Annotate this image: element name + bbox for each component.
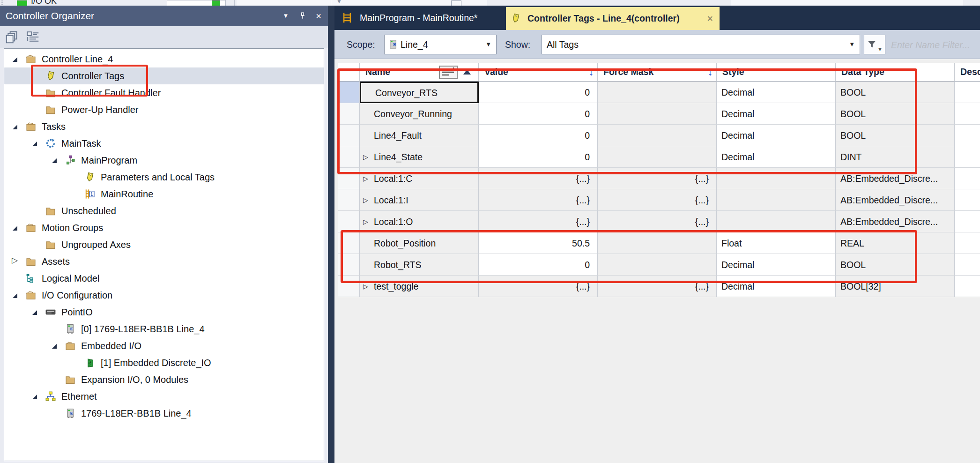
tree-item-tasks[interactable]: Tasks [4,118,324,135]
tree-item-label: I/O Configuration [42,287,112,304]
cell-description[interactable] [955,189,980,211]
chevron-down-icon: ▼ [336,0,342,5]
tab-label: MainProgram - MainRoutine* [360,6,477,30]
tree-item-i-o-configuration[interactable]: I/O Configuration [4,287,324,304]
tree-item-label: Assets [42,253,70,270]
cell-description[interactable] [955,211,980,232]
tree-item-label: Power-Up Handler [61,101,139,118]
folder-icon [45,105,56,115]
expand-arrow-icon[interactable] [13,293,17,298]
cell-description[interactable] [955,168,980,189]
cell-data-type[interactable]: AB:Embedded_Discre... [836,189,955,211]
expand-arrow-icon[interactable] [13,226,17,231]
cell-description[interactable] [955,254,980,276]
expand-arrow-icon[interactable] [52,344,57,349]
cell-style[interactable] [717,189,836,211]
folder-open-icon [65,341,75,351]
toolbar-separator [234,0,235,6]
chevron-down-icon: ▼ [877,46,883,52]
cell-value[interactable]: {...} [479,211,598,232]
cell-description[interactable] [955,125,980,146]
tree-item-ungrouped-axes[interactable]: Ungrouped Axes [4,236,324,253]
expand-arrow-icon[interactable] [13,125,17,129]
tab-controller-tags[interactable]: Controller Tags - Line_4(controller) × [506,7,720,30]
mainroutine-icon [85,189,95,199]
folder-open-icon [26,121,36,132]
show-label: Show: [505,30,530,59]
expand-row-icon[interactable]: ▷ [363,189,368,211]
tree-item-1769-l18er-bb1b-line-4[interactable]: 1769-L18ER-BB1B Line_4 [4,405,324,422]
name-filter-input[interactable] [890,35,980,55]
tree-item-label: MainProgram [81,152,137,169]
tree-item-motion-groups[interactable]: Motion Groups [4,219,324,236]
cell-force-mask[interactable]: {...} [598,211,717,232]
collapse-arrow-icon[interactable]: ▷ [12,255,18,265]
tree-item-label: Tasks [42,118,66,135]
controller-icon [388,39,398,50]
tree-item-mainprogram[interactable]: MainProgram [4,152,324,169]
tree-item-label: Parameters and Local Tags [101,169,215,186]
tree-item-expansion-i-o-0-modules[interactable]: Expansion I/O, 0 Modules [4,371,324,388]
cell-style[interactable] [717,211,836,232]
cell-name[interactable]: ▷Local:1:I [360,189,479,211]
expand-arrow-icon[interactable] [32,310,37,315]
close-icon[interactable]: × [312,6,325,26]
annotation-box-top-rows [337,68,917,174]
close-icon[interactable]: × [707,7,713,30]
tree-item-parameters-and-local-tags[interactable]: Parameters and Local Tags [4,169,324,186]
expand-arrow-icon[interactable] [52,158,57,163]
cell-name[interactable]: ▷Local:1:O [360,211,479,232]
tree-item-label: Ungrouped Axes [61,236,131,253]
row-selector[interactable] [338,211,360,232]
expand-arrow-icon[interactable] [13,57,17,62]
expand-arrow-icon[interactable] [32,142,37,146]
pin-icon[interactable] [296,6,309,26]
folder-open-icon [26,290,36,300]
editor-tabbar: MainProgram - MainRoutine* Controller Ta… [334,6,980,30]
tree-item-label: MainTask [61,135,101,152]
funnel-icon [867,40,876,49]
show-dropdown[interactable]: All Tags ▼ [542,35,860,54]
expand-arrow-icon[interactable] [32,395,37,399]
tab-mainprogram-mainroutine[interactable]: MainProgram - MainRoutine* [338,6,503,30]
tree-item-unscheduled[interactable]: Unscheduled [4,202,324,219]
tree-item-ethernet[interactable]: Ethernet [4,388,324,405]
tree-item-assets[interactable]: ▷Assets [4,253,324,270]
cell-data-type[interactable]: AB:Embedded_Discre... [836,211,955,232]
tree-item-maintask[interactable]: MainTask [4,135,324,152]
folder-icon [45,239,56,250]
cell-description[interactable] [955,82,980,103]
cell-description[interactable] [955,146,980,168]
folder-icon [65,374,75,385]
controller-icon [65,324,75,334]
copy-pages-icon [6,30,19,44]
toolbar-button-fragment [451,0,461,6]
show-value: All Tags [547,35,579,54]
collapse-all-button[interactable] [6,30,22,45]
tree-item-mainroutine[interactable]: MainRoutine [4,186,324,202]
tree-item-pointio[interactable]: PointIO [4,304,324,321]
tree-item-logical-model[interactable]: Logical Model [4,270,324,287]
cell-value[interactable]: {...} [479,189,598,211]
cell-force-mask[interactable]: {...} [598,189,717,211]
row-selector[interactable] [338,189,360,211]
cell-description[interactable] [955,276,980,297]
name-filter-button[interactable]: ▼ [864,35,885,54]
panel-splitter[interactable] [328,6,334,463]
expand-row-icon[interactable]: ▷ [363,211,368,232]
cell-description[interactable] [955,103,980,125]
tree-item-power-up-handler[interactable]: Power-Up Handler [4,101,324,118]
chevron-down-icon[interactable]: ▼ [279,6,292,26]
organizer-view-button[interactable] [26,30,43,45]
tree-item-embedded-i-o[interactable]: Embedded I/O [4,337,324,354]
folder-open-icon [26,223,36,233]
folder-icon [26,256,36,267]
column-header-description[interactable]: Description [955,63,980,82]
tree-item-1-embedded-discrete-io[interactable]: [1] Embedded Discrete_IO [4,354,324,371]
tag-name-text: Local:1:C [374,173,412,184]
folder-icon [45,206,56,216]
scope-dropdown[interactable]: Line_4 ▼ [384,35,497,54]
tree-item-0-1769-l18er-bb1b-line-4[interactable]: [0] 1769-L18ER-BB1B Line_4 [4,321,324,337]
expand-list-icon [26,30,39,44]
cell-description[interactable] [955,232,980,254]
